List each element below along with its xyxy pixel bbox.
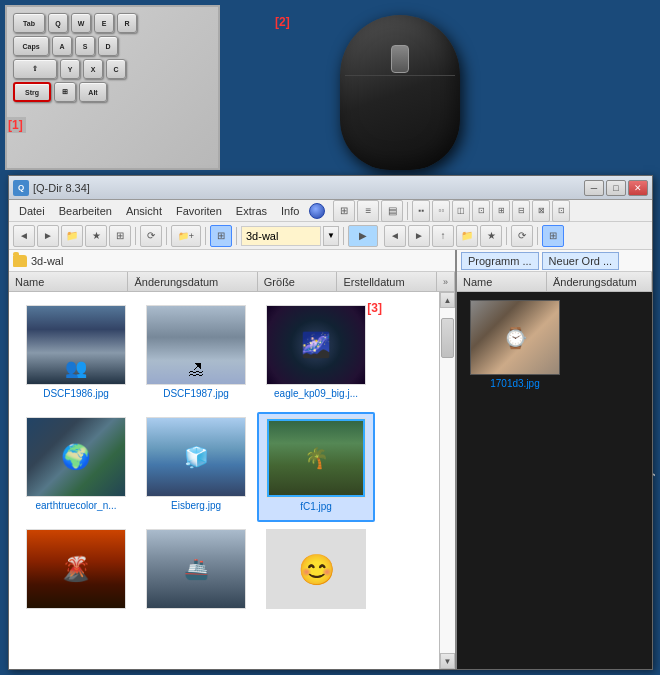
key-shift: ⇧: [13, 59, 57, 79]
left-scrollbar[interactable]: ▲ ▼: [439, 292, 455, 669]
right-file-name-1701d3: 1701d3.jpg: [490, 378, 540, 389]
view-grid-btn[interactable]: ⊞: [333, 200, 355, 222]
right-thumb-1701d3: ⌚: [470, 300, 560, 375]
layout-1[interactable]: ▪▪: [412, 200, 430, 222]
new-folder-btn[interactable]: 📁+: [171, 225, 201, 247]
thumb-volcano: [26, 529, 126, 609]
key-win: ⊞: [54, 82, 76, 102]
menu-bearbeiten[interactable]: Bearbeiten: [53, 203, 118, 219]
view-large-btn[interactable]: ⊞: [210, 225, 232, 247]
right-addr-text-2: Neuer Ord ...: [549, 255, 613, 267]
address-dropdown[interactable]: ▼: [323, 226, 339, 246]
scroll-wheel: [391, 45, 409, 73]
layout-4[interactable]: ⊡: [472, 200, 490, 222]
scroll-track[interactable]: [440, 308, 455, 653]
thumb-ship: [146, 529, 246, 609]
file-item-dscf1987[interactable]: DSCF1987.jpg: [137, 300, 255, 410]
scroll-down-btn[interactable]: ▼: [440, 653, 455, 669]
col-header-date[interactable]: Änderungsdatum: [128, 272, 257, 291]
layout-6[interactable]: ⊟: [512, 200, 530, 222]
globe-icon[interactable]: [309, 203, 325, 219]
file-item-eisberg[interactable]: Eisberg.jpg: [137, 412, 255, 522]
close-button[interactable]: ✕: [628, 180, 648, 196]
sep-toolbar-5: [343, 227, 344, 245]
file-item-cartoon[interactable]: [257, 524, 375, 634]
star-btn[interactable]: ★: [85, 225, 107, 247]
separator-1: [407, 202, 408, 220]
sep-toolbar: [135, 227, 136, 245]
menu-bar: Datei Bearbeiten Ansicht Favoriten Extra…: [9, 200, 652, 222]
right-file-1701d3[interactable]: ⌚ 1701d3.jpg: [465, 300, 565, 389]
mouse-body: [340, 15, 460, 170]
key-tab: Tab: [13, 13, 45, 33]
folder-icon: [13, 255, 27, 267]
qdir-window: Q [Q-Dir 8.34] ─ □ ✕ Datei Bearbeiten An…: [8, 175, 653, 670]
menu-ansicht[interactable]: Ansicht: [120, 203, 168, 219]
mouse-divider: [345, 75, 455, 76]
file-item-ship[interactable]: [137, 524, 255, 634]
scroll-up-btn[interactable]: ▲: [440, 292, 455, 308]
key-a: A: [52, 36, 72, 56]
right-col-name[interactable]: Name: [457, 272, 547, 291]
thumb-cartoon: [266, 529, 366, 609]
left-pane: 3d-wal Name Änderungsdatum Größe Erstell…: [9, 250, 457, 669]
key-caps: Caps: [13, 36, 49, 56]
key-c: C: [106, 59, 126, 79]
mouse-image: [300, 10, 500, 175]
file-item-earth[interactable]: earthtruecolor_n...: [17, 412, 135, 522]
title-bar: Q [Q-Dir 8.34] ─ □ ✕: [9, 176, 652, 200]
key-e: E: [94, 13, 114, 33]
r-back-btn[interactable]: ◄: [384, 225, 406, 247]
minimize-button[interactable]: ─: [584, 180, 604, 196]
column-headers: Name Änderungsdatum Größe Erstelldatum »: [9, 272, 455, 292]
col-header-name[interactable]: Name: [9, 272, 128, 291]
file-item-dscf1986[interactable]: DSCF1986.jpg: [17, 300, 135, 410]
right-addr-item-2[interactable]: Neuer Ord ...: [542, 252, 620, 270]
thumb-dscf1987: [146, 305, 246, 385]
thumb-eagle: [266, 305, 366, 385]
file-name-earth: earthtruecolor_n...: [35, 500, 116, 512]
layout-8[interactable]: ⊡: [552, 200, 570, 222]
file-label-3: [3]: [367, 301, 382, 315]
toolbar-area: ◄ ► 📁 ★ ⊞ ⟳ 📁+ ⊞ 3d-wal ▼ ▶ ◄ ► ↑ 📁 ★ ⟳ …: [9, 222, 652, 250]
layout-2[interactable]: ▫▫: [432, 200, 450, 222]
menu-info[interactable]: Info: [275, 203, 305, 219]
layout-5[interactable]: ⊞: [492, 200, 510, 222]
r-forward-btn[interactable]: ►: [408, 225, 430, 247]
back-button[interactable]: ◄: [13, 225, 35, 247]
maximize-button[interactable]: □: [606, 180, 626, 196]
go-btn[interactable]: ▶: [348, 225, 378, 247]
key-x: X: [83, 59, 103, 79]
menu-extras[interactable]: Extras: [230, 203, 273, 219]
forward-button[interactable]: ►: [37, 225, 59, 247]
sep-toolbar-3: [205, 227, 206, 245]
right-col-date[interactable]: Änderungsdatum: [547, 272, 652, 291]
col-header-size[interactable]: Größe: [258, 272, 338, 291]
col-expand[interactable]: »: [437, 272, 455, 291]
menu-datei[interactable]: Datei: [13, 203, 51, 219]
file-item-eagle[interactable]: eagle_kp09_big.j... [3]: [257, 300, 375, 410]
right-addr-item-1[interactable]: Programm ...: [461, 252, 539, 270]
r-refresh-btn[interactable]: ⟳: [511, 225, 533, 247]
layout-3[interactable]: ◫: [452, 200, 470, 222]
layout-7[interactable]: ⊠: [532, 200, 550, 222]
r-star-btn[interactable]: ★: [480, 225, 502, 247]
address-box[interactable]: 3d-wal: [241, 226, 321, 246]
file-item-volcano[interactable]: [17, 524, 135, 634]
col-header-created[interactable]: Erstelldatum: [337, 272, 437, 291]
mouse-label-2: [2]: [275, 15, 290, 29]
view-list-btn[interactable]: ≡: [357, 200, 379, 222]
file-item-fc1[interactable]: fC1.jpg: [257, 412, 375, 522]
file-name-eisberg: Eisberg.jpg: [171, 500, 221, 512]
scroll-thumb[interactable]: [441, 318, 454, 358]
r-up-btn[interactable]: ↑: [432, 225, 454, 247]
refresh-btn[interactable]: ⟳: [140, 225, 162, 247]
folder-icon-btn[interactable]: 📁: [61, 225, 83, 247]
menu-favoriten[interactable]: Favoriten: [170, 203, 228, 219]
r-folder-btn[interactable]: 📁: [456, 225, 478, 247]
r-view-btn[interactable]: ⊞: [542, 225, 564, 247]
view-detail-btn[interactable]: ▤: [381, 200, 403, 222]
right-address-bar: Programm ... Neuer Ord ...: [457, 250, 652, 272]
app-icon: Q: [13, 180, 29, 196]
view-mode-btn[interactable]: ⊞: [109, 225, 131, 247]
